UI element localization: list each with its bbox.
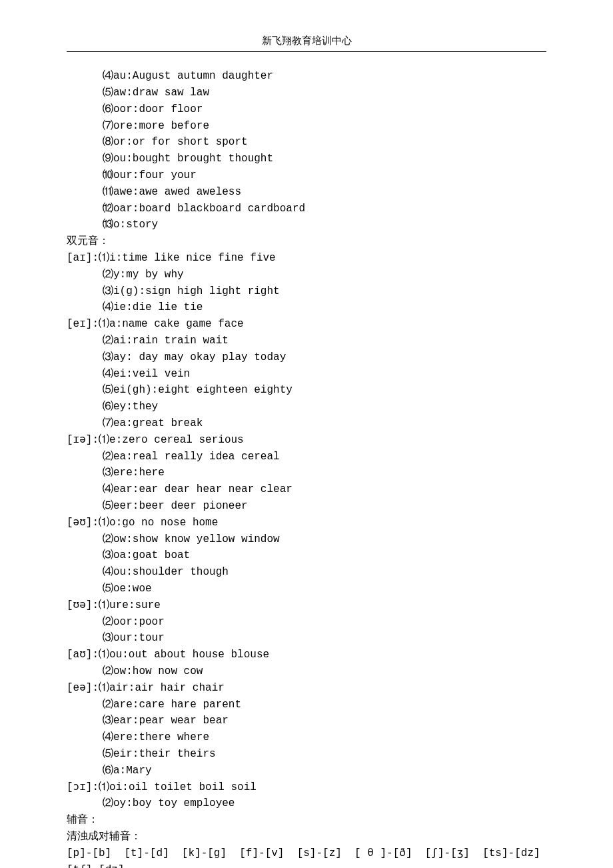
text-line: ⑶ear:pear wear bear	[67, 713, 546, 729]
text-line: 清浊成对辅音：	[67, 829, 546, 845]
text-line: ⑶i(g):sign high light right	[67, 283, 546, 300]
text-line: ⑵oor:poor	[67, 614, 546, 631]
text-line: ⑵ea:real really idea cereal	[67, 449, 546, 465]
text-line: ⑷ei:veil vein	[67, 366, 546, 383]
text-line: ⑵y:my by why	[67, 267, 546, 283]
text-line: ⑷ou:shoulder though	[67, 564, 546, 581]
text-line: [ɪə]:⑴e:zero cereal serious	[67, 432, 546, 449]
text-line: ⑸eer:beer deer pioneer	[67, 498, 546, 515]
text-line: ⑷au:August autumn daughter	[67, 68, 546, 85]
text-line: ⑶ere:here	[67, 465, 546, 481]
text-line: ⑵are:care hare parent	[67, 697, 546, 713]
page-container: 新飞翔教育培训中心 ⑷au:August autumn daughter⑸aw:…	[0, 0, 613, 868]
text-line: ⑺ore:more before	[67, 118, 546, 135]
header-rule	[67, 51, 546, 52]
text-line: [aʊ]:⑴ou:out about house blouse	[67, 647, 546, 663]
text-line: [p]-[b] [t]-[d] [k]-[g] [f]-[v] [s]-[z] …	[67, 845, 546, 868]
page-header: 新飞翔教育培训中心	[67, 33, 546, 49]
text-line: [eɪ]:⑴a:name cake game face	[67, 316, 546, 333]
text-line: ⑷ere:there where	[67, 729, 546, 746]
text-line: ⑷ear:ear dear hear near clear	[67, 481, 546, 498]
text-line: ⑼ou:bought brought thought	[67, 151, 546, 167]
text-line: ⑷ie:die lie tie	[67, 299, 546, 316]
text-line: [eə]:⑴air:air hair chair	[67, 680, 546, 697]
text-line: [ɔɪ]:⑴oi:oil toilet boil soil	[67, 779, 546, 796]
text-line: ⑶our:tour	[67, 630, 546, 647]
text-line: ⑿oar:board blackboard cardboard	[67, 201, 546, 217]
text-line: ⑶ay: day may okay play today	[67, 349, 546, 366]
text-line: ⑵ow:show know yellow window	[67, 531, 546, 548]
text-line: 辅音：	[67, 812, 546, 829]
text-line: ⑾awe:awe awed aweless	[67, 184, 546, 201]
text-line: ⑻or:or for short sport	[67, 134, 546, 151]
text-line: ⒀o:story	[67, 217, 546, 233]
text-line: ⑸eir:their theirs	[67, 746, 546, 763]
text-line: ⑸ei(gh):eight eighteen eighty	[67, 382, 546, 399]
text-line: [ʊə]:⑴ure:sure	[67, 597, 546, 614]
text-line: ⑸aw:draw saw law	[67, 85, 546, 101]
text-line: ⑽our:four your	[67, 167, 546, 184]
text-line: ⑹oor:door floor	[67, 101, 546, 118]
text-line: ⑵oy:boy toy employee	[67, 795, 546, 812]
text-line: ⑹a:Mary	[67, 763, 546, 779]
document-body: ⑷au:August autumn daughter⑸aw:draw saw l…	[67, 68, 546, 868]
text-line: [əʊ]:⑴o:go no nose home	[67, 515, 546, 531]
text-line: ⑵ow:how now cow	[67, 663, 546, 680]
text-line: [aɪ]:⑴i:time like nice fine five	[67, 250, 546, 267]
text-line: ⑸oe:woe	[67, 581, 546, 597]
text-line: 双元音：	[67, 233, 546, 250]
text-line: ⑹ey:they	[67, 399, 546, 415]
text-line: ⑺ea:great break	[67, 415, 546, 432]
text-line: ⑶oa:goat boat	[67, 547, 546, 564]
text-line: ⑵ai:rain train wait	[67, 333, 546, 349]
